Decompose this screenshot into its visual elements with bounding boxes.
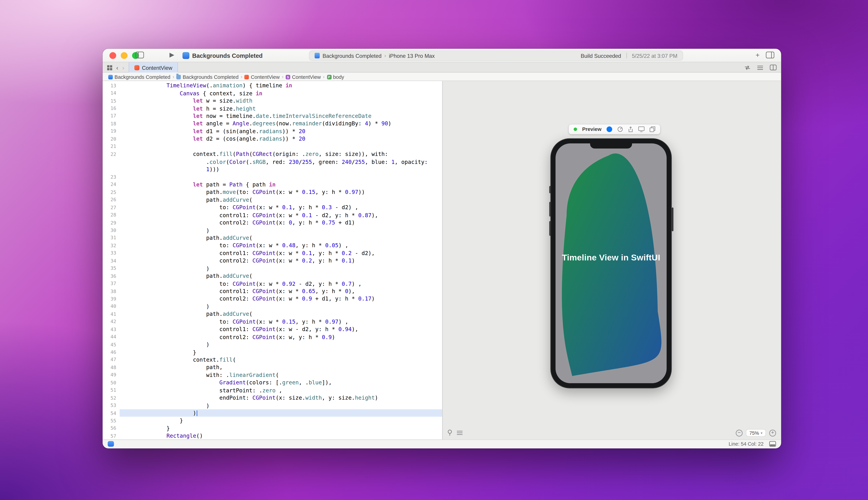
code-line-54[interactable]: 54 ) xyxy=(103,409,442,417)
code-line-wrap[interactable]: 1))) xyxy=(103,166,442,173)
code-line-40[interactable]: 40 ) xyxy=(103,303,442,310)
code-line-23[interactable]: 23 xyxy=(103,173,442,181)
code-line-44[interactable]: 44 control2: CGPoint(x: w, y: h * 0.9) xyxy=(103,333,442,341)
code-line-33[interactable]: 33 control1: CGPoint(x: w * 0.1, y: h * … xyxy=(103,249,442,257)
code-line-19[interactable]: 19 let d1 = (sin(angle.radians)) * 20 xyxy=(103,127,442,135)
code-line-24[interactable]: 24 let path = Path { path in xyxy=(103,181,442,189)
code-line-39[interactable]: 39 control2: CGPoint(x: w * 0.9 + d1, y:… xyxy=(103,295,442,303)
close-window-button[interactable] xyxy=(110,52,116,59)
zoom-out-button[interactable]: − xyxy=(736,429,742,436)
code-review-icon[interactable] xyxy=(744,65,751,70)
code-line-20[interactable]: 20 let d2 = (cos(angle.radians)) * 20 xyxy=(103,135,442,143)
navigate-back-icon[interactable]: ‹ xyxy=(116,64,118,71)
minimize-window-button[interactable] xyxy=(121,52,128,59)
line-number: 35 xyxy=(103,265,119,271)
hide-debug-area-icon[interactable] xyxy=(769,441,776,447)
breadcrumb-project[interactable]: Backgrounds Completed xyxy=(108,74,170,80)
code-line-32[interactable]: 32 to: CGPoint(x: w * 0.48, y: h * 0.05)… xyxy=(103,242,442,249)
power-button xyxy=(672,207,673,231)
breadcrumb-file[interactable]: ContentView xyxy=(244,74,280,80)
toggle-navigator-sidebar-icon[interactable] xyxy=(135,52,144,58)
run-button[interactable]: ▶ xyxy=(169,51,174,58)
build-status-text: Build Succeeded xyxy=(581,53,621,59)
code-line-53[interactable]: 53 ) xyxy=(103,401,442,409)
code-line-18[interactable]: 18 let angle = Angle.degrees(now.remaind… xyxy=(103,120,442,127)
line-number: 41 xyxy=(103,311,119,317)
build-timestamp: 5/25/22 at 3:07 PM xyxy=(632,53,677,59)
scheme-destination[interactable]: Backgrounds Completed › iPhone 13 Pro Ma… xyxy=(315,53,435,59)
mute-switch xyxy=(549,186,551,193)
zoom-in-button[interactable]: + xyxy=(769,429,776,436)
code-line-56[interactable]: 56 } xyxy=(103,424,442,432)
code-line-48[interactable]: 48 path, xyxy=(103,364,442,371)
divider xyxy=(626,53,627,58)
breadcrumb-struct[interactable]: S ContentView xyxy=(286,74,321,80)
code-line-14[interactable]: 14 Canvas { context, size in xyxy=(103,89,442,97)
related-items-icon[interactable] xyxy=(107,65,112,70)
code-line-52[interactable]: 52 endPoint: CGPoint(x: size.width, y: s… xyxy=(103,394,442,401)
breakpoints-toggle-icon[interactable] xyxy=(107,441,114,447)
code-text: TimelineView(.animation) { timeline in xyxy=(119,82,292,89)
line-number: 37 xyxy=(103,281,119,286)
source-editor[interactable]: 13 TimelineView(.animation) { timeline i… xyxy=(103,81,442,440)
code-line-25[interactable]: 25 path.move(to: CGPoint(x: w * 0.15, y:… xyxy=(103,188,442,196)
code-line-wrap[interactable]: .color(Color(.sRGB, red: 230/255, green:… xyxy=(103,158,442,166)
preview-list-icon[interactable] xyxy=(457,430,462,435)
code-line-50[interactable]: 50 Gradient(colors: [.green, .blue]), xyxy=(103,379,442,386)
activity-status-pill[interactable]: Backgrounds Completed › iPhone 13 Pro Ma… xyxy=(309,50,683,61)
code-line-45[interactable]: 45 ) xyxy=(103,341,442,348)
device-notch xyxy=(590,144,632,148)
code-text: control2: CGPoint(x: w * 0.9 + d1, y: h … xyxy=(119,296,375,302)
code-line-38[interactable]: 38 control1: CGPoint(x: w * 0.65, y: h *… xyxy=(103,287,442,295)
tab-contentview[interactable]: ContentView xyxy=(129,62,178,72)
scheme-name: Backgrounds Completed xyxy=(322,53,381,59)
code-line-30[interactable]: 30 ) xyxy=(103,226,442,234)
code-line-15[interactable]: 15 let w = size.width xyxy=(103,97,442,104)
code-line-29[interactable]: 29 control2: CGPoint(x: 0, y: h * 0.75 +… xyxy=(103,219,442,226)
device-settings-icon[interactable] xyxy=(617,126,623,132)
split-editor-icon[interactable] xyxy=(770,65,777,70)
editor-layout-icon[interactable] xyxy=(766,52,774,58)
code-line-51[interactable]: 51 startPoint: .zero , xyxy=(103,386,442,394)
line-number: 40 xyxy=(103,304,119,309)
code-line-37[interactable]: 37 to: CGPoint(x: w * 0.92 - d2, y: h * … xyxy=(103,280,442,287)
code-line-28[interactable]: 28 control1: CGPoint(x: w * 0.1 - d2, y:… xyxy=(103,211,442,219)
line-number: 23 xyxy=(103,174,119,180)
code-line-27[interactable]: 27 to: CGPoint(x: w * 0.1, y: h * 0.3 - … xyxy=(103,204,442,211)
line-number: 15 xyxy=(103,98,119,104)
code-text: ) xyxy=(119,410,197,416)
code-line-26[interactable]: 26 path.addCurve( xyxy=(103,196,442,204)
code-line-55[interactable]: 55 } xyxy=(103,417,442,424)
adjust-editor-options-icon[interactable] xyxy=(757,65,763,70)
code-line-46[interactable]: 46 } xyxy=(103,348,442,356)
code-line-35[interactable]: 35 ) xyxy=(103,264,442,272)
code-text: .color(Color(.sRGB, red: 230/255, green:… xyxy=(119,159,428,165)
live-preview-button[interactable] xyxy=(607,126,612,132)
code-line-47[interactable]: 47 context.fill( xyxy=(103,356,442,364)
breadcrumb-symbol[interactable]: P body xyxy=(327,74,344,80)
code-line-36[interactable]: 36 path.addCurve( xyxy=(103,272,442,280)
code-line-22[interactable]: 22 context.fill(Path(CGRect(origin: .zer… xyxy=(103,150,442,158)
breadcrumb-group[interactable]: Backgrounds Completed xyxy=(176,74,239,80)
add-editor-button[interactable]: + xyxy=(756,51,760,59)
iphone-preview-device[interactable]: Timeline View in SwiftUI xyxy=(550,138,672,388)
code-line-17[interactable]: 17 let now = timeline.date.timeIntervalS… xyxy=(103,112,442,120)
code-line-41[interactable]: 41 path.addCurve( xyxy=(103,310,442,318)
code-line-57[interactable]: 57 Rectangle() xyxy=(103,432,442,440)
code-line-43[interactable]: 43 control1: CGPoint(x: w - d2, y: h * 0… xyxy=(103,325,442,333)
code-line-21[interactable]: 21 xyxy=(103,143,442,150)
preview-on-device-icon[interactable] xyxy=(638,126,644,132)
code-line-31[interactable]: 31 path.addCurve( xyxy=(103,234,442,242)
duplicate-preview-icon[interactable] xyxy=(650,126,655,132)
pin-preview-icon[interactable] xyxy=(447,430,452,436)
code-line-42[interactable]: 42 to: CGPoint(x: w * 0.15, y: h * 0.97)… xyxy=(103,318,442,325)
code-line-34[interactable]: 34 control2: CGPoint(x: w * 0.2, y: h * … xyxy=(103,257,442,264)
code-line-49[interactable]: 49 with: .linearGradient( xyxy=(103,371,442,379)
code-text: startPoint: .zero , xyxy=(119,387,282,393)
code-text: ) xyxy=(119,341,209,348)
share-icon[interactable] xyxy=(628,126,633,132)
code-line-13[interactable]: 13 TimelineView(.animation) { timeline i… xyxy=(103,82,442,89)
navigate-forward-icon[interactable]: › xyxy=(122,64,124,71)
zoom-level-menu[interactable]: 75% ▾ xyxy=(746,429,766,436)
code-line-16[interactable]: 16 let h = size.height xyxy=(103,104,442,112)
